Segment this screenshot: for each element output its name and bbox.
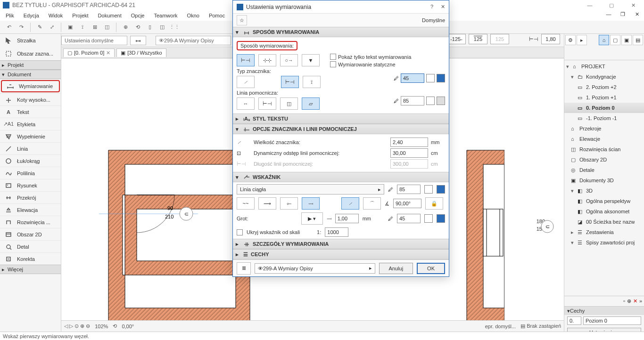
ok-button[interactable]: OK <box>417 263 445 274</box>
marker-type-1[interactable]: ⟋ <box>237 76 255 88</box>
dyn-gap[interactable]: 30,00 <box>390 148 428 158</box>
nav-publisher-icon[interactable]: ▤ <box>633 35 643 45</box>
close-icon[interactable]: ✕ <box>106 50 110 56</box>
tab-floorplan[interactable]: ▢ [0. Poziom 0] ✕ <box>63 49 115 57</box>
syringe-icon[interactable]: ⤢ <box>47 22 57 32</box>
repr-dropdown[interactable]: epr. domyśl... <box>485 324 516 329</box>
witness-pen[interactable]: 85 <box>401 96 424 105</box>
settings-field[interactable]: Ustawienia domyślne <box>61 36 127 45</box>
dim-type-cum[interactable]: ○→ <box>280 54 298 66</box>
chk-static[interactable] <box>330 61 336 67</box>
tool-linia[interactable]: Linia <box>0 142 61 154</box>
dim-type-icon[interactable] <box>130 36 146 45</box>
tool-obszar2d[interactable]: Obszar 2D <box>0 228 61 240</box>
dim-type-elev[interactable]: ▼ <box>302 54 320 66</box>
mdi-close-icon[interactable]: ✕ <box>630 10 644 18</box>
clone-view-icon[interactable]: ⊕ <box>627 298 631 304</box>
tool-polilinia[interactable]: Polilinia <box>0 167 61 179</box>
redo-icon[interactable]: ↷ <box>16 22 26 32</box>
nav-icons[interactable]: ◁ ▷ ⊙ ⊕ ⊖ <box>64 323 90 329</box>
section-dokument[interactable]: ▾Dokument <box>0 70 61 79</box>
nav-arrow-icon[interactable]: ▸ <box>577 35 587 45</box>
navigator-tree[interactable]: ▾⌂PROJEKT ▾🗀Kondygnacje ▭2. Poziom +2 ▭1… <box>564 60 644 296</box>
menu-widok[interactable]: Widok <box>45 12 67 19</box>
tool-wypelnienie[interactable]: Wypełnienie <box>0 130 61 142</box>
tool-arrow[interactable]: Strzałka <box>0 34 61 47</box>
pen-swatch8[interactable] <box>437 214 445 223</box>
pen-swatch5[interactable] <box>424 185 433 194</box>
grid-icon[interactable]: ⊞ <box>90 22 100 32</box>
minimize-button[interactable]: — <box>579 0 601 10</box>
tree-item[interactable]: ◎Detale <box>564 165 644 175</box>
tool-luk[interactable]: Łuk/okrąg <box>0 154 61 167</box>
tool-etykieta[interactable]: ↗A1Etykieta <box>0 118 61 130</box>
orbit-icon[interactable]: ⟲ <box>113 323 117 329</box>
tree-floor[interactable]: ▭-1. Poziom -1 <box>564 113 644 123</box>
marker-pen[interactable]: 45 <box>401 73 424 83</box>
pointer-ang2[interactable]: ⌒ <box>363 197 381 210</box>
witness-2[interactable]: ⊢⊣ <box>258 97 276 110</box>
maximize-button[interactable]: ▢ <box>601 0 622 10</box>
pen-swatch4[interactable] <box>437 97 445 105</box>
section-szczegoly[interactable]: ▸SZCZEGÓŁY WYMIAROWANIA <box>233 239 449 249</box>
menu-opcje[interactable]: Opcje <box>127 12 149 19</box>
marker-type-3[interactable]: ⟟ <box>303 76 321 88</box>
marker-type-2[interactable]: ⊢⊣ <box>281 76 299 88</box>
tree-item[interactable]: ⌂Przekroje <box>564 123 644 134</box>
pen-swatch6[interactable] <box>437 185 445 194</box>
tool-koty[interactable]: Koty wysoko... <box>0 93 61 105</box>
close-icon[interactable]: ✕ <box>441 4 445 10</box>
menu-edycja[interactable]: Edycja <box>20 12 43 19</box>
menu-projekt[interactable]: Projekt <box>68 12 92 19</box>
chk-text-only[interactable] <box>330 54 336 60</box>
menu-okno[interactable]: Okno <box>183 12 203 19</box>
tool-detal[interactable]: Detal <box>0 240 61 252</box>
pen-swatch1[interactable] <box>426 74 435 82</box>
tree-3dview[interactable]: ◧Ogólna perspektyw <box>564 196 644 206</box>
move-icon[interactable]: ⊕ <box>120 22 131 32</box>
mdi-restore-icon[interactable]: ❐ <box>616 10 630 18</box>
rotate-icon[interactable]: ⟲ <box>132 22 143 32</box>
witness-3[interactable]: ◫ <box>280 97 298 110</box>
tree-item[interactable]: ▸☰Zestawienia <box>564 227 644 237</box>
properties-header[interactable]: ▾ Cechy <box>564 307 644 315</box>
dim-type-linear[interactable]: ⊢⊣ <box>237 54 255 66</box>
pointer-pen[interactable]: 85 <box>397 185 421 194</box>
help-icon[interactable]: ? <box>430 4 433 10</box>
tool-tekst[interactable]: ATekst <box>0 105 61 118</box>
prop-id[interactable]: 0. <box>567 316 581 325</box>
layer-field[interactable]: 👁 299-A Wymiary Opisy <box>156 36 231 45</box>
close-button[interactable]: ✕ <box>622 0 644 10</box>
menu-plik[interactable]: Plik <box>2 12 18 19</box>
tool-rozwiniecia[interactable]: Rozwinięcia ... <box>0 216 61 228</box>
pointer-opt3[interactable]: ⟜ <box>280 197 298 210</box>
pointer-opt1[interactable]: ~~ <box>237 197 255 210</box>
tree-item[interactable]: ⌂Elewacje <box>564 134 644 144</box>
section-wskaznik[interactable]: ▾WSKAŹNIK <box>233 172 449 182</box>
pointer-opt2[interactable]: ⟿ <box>258 197 276 210</box>
section-wiecej[interactable]: ▸Więcej <box>0 265 61 274</box>
arrowhead-dropdown[interactable]: ▶ ▾ <box>301 212 323 225</box>
dim-val-3[interactable]: 125 <box>469 34 487 44</box>
snap-icon[interactable]: ⟟ <box>77 22 88 32</box>
tool-przekroj[interactable]: Przekrój <box>0 191 61 203</box>
tree-item[interactable]: ▢Obszary 2D <box>564 154 644 165</box>
cancel-button[interactable]: Anuluj <box>379 263 413 274</box>
tool-wymiarowanie[interactable]: Wymiarowanie <box>1 80 60 92</box>
nav-viewmap-icon[interactable]: ▢ <box>610 35 620 45</box>
tree-floor-current[interactable]: ▭0. Poziom 0 <box>564 103 644 113</box>
tool-marquee[interactable]: Obszar zazna... <box>0 47 61 60</box>
menu-pomoc[interactable]: Pomoc <box>205 12 229 19</box>
elevate-icon[interactable]: ◫ <box>157 22 167 32</box>
section-projekt[interactable]: ▸Projekt <box>0 60 61 70</box>
tool-elewacja[interactable]: Elewacja <box>0 203 61 216</box>
pen-swatch7[interactable] <box>424 214 433 223</box>
pen-swatch2[interactable] <box>437 74 445 82</box>
dialog-layer-dropdown[interactable]: 👁 299-A Wymiary Opisy▸ <box>255 263 375 274</box>
new-view-icon[interactable]: ▫ <box>623 298 625 304</box>
undo-icon[interactable]: ↶ <box>4 22 14 32</box>
tool-rysunek[interactable]: Rysunek <box>0 179 61 191</box>
tree-item[interactable]: ▾☰Spisy zawartości proj <box>564 237 644 248</box>
tree-floor[interactable]: ▭2. Poziom +2 <box>564 82 644 92</box>
line-style-dropdown[interactable]: Linia ciągła▸ <box>237 184 384 194</box>
